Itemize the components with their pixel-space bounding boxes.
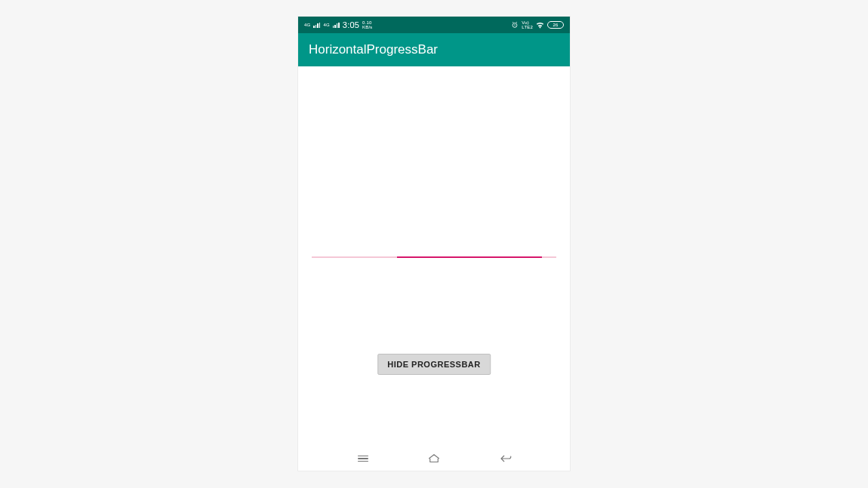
app-bar: HorizontalProgressBar	[298, 33, 570, 66]
navigation-bar	[298, 447, 570, 471]
phone-screen: 4G 4G 3:05 0.10 KB/s Vo) LTE2	[298, 17, 570, 447]
signal-bars-icon-2	[333, 22, 340, 28]
signal-bars-icon-1	[313, 22, 320, 28]
status-clock: 3:05	[343, 20, 359, 29]
data-rate-bottom: KB/s	[362, 25, 372, 29]
app-content: HIDE PROGRESSBAR	[298, 66, 570, 447]
app-title: HorizontalProgressBar	[309, 42, 438, 57]
signal-4g-2: 4G	[323, 23, 329, 27]
alarm-icon	[511, 21, 519, 29]
volte-label: Vo) LTE2	[522, 20, 533, 29]
horizontal-progress-bar	[312, 256, 556, 258]
volte-bottom: LTE2	[522, 25, 533, 29]
battery-level: 26	[553, 23, 558, 27]
battery-icon: 26	[547, 21, 564, 29]
home-icon[interactable]	[427, 453, 441, 464]
data-rate: 0.10 KB/s	[362, 20, 372, 29]
wifi-icon	[536, 22, 544, 29]
back-icon[interactable]	[499, 453, 512, 464]
status-bar: 4G 4G 3:05 0.10 KB/s Vo) LTE2	[298, 17, 570, 33]
signal-4g-1: 4G	[304, 23, 310, 27]
recent-apps-icon[interactable]	[356, 453, 370, 464]
progress-indicator	[397, 256, 541, 258]
status-bar-left: 4G 4G 3:05 0.10 KB/s	[304, 20, 373, 29]
hide-progressbar-button[interactable]: HIDE PROGRESSBAR	[377, 354, 491, 375]
phone-frame: 4G 4G 3:05 0.10 KB/s Vo) LTE2	[298, 17, 570, 471]
status-bar-right: Vo) LTE2 26	[511, 20, 564, 29]
